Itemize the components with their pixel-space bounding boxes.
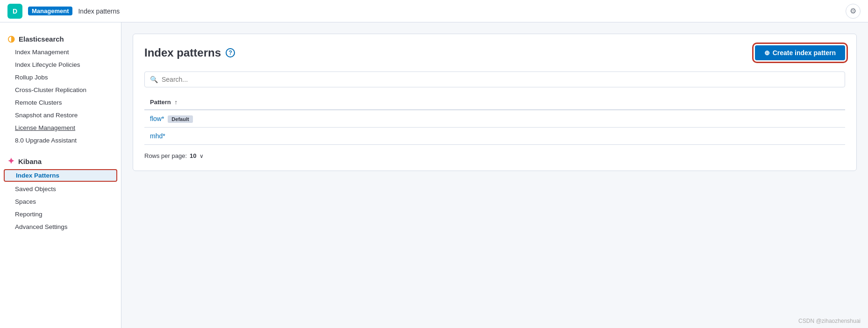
content-card: Index patterns ? ⊕ Create index pattern … [133,34,857,171]
sidebar-item-index-management[interactable]: Index Management [0,46,121,58]
pattern-cell: flow*Default [144,110,845,128]
page-title-group: Index patterns ? [144,46,235,59]
patterns-table: Pattern ↑ flow*Defaultmhd* [144,95,845,145]
app-layout: ◑ Elasticsearch Index Management Index L… [0,22,868,328]
kibana-icon: ✦ [7,156,14,166]
help-icon[interactable]: ? [226,48,235,57]
sidebar-item-spaces[interactable]: Spaces [0,195,121,208]
sidebar-item-rollup-jobs[interactable]: Rollup Jobs [0,71,121,84]
pagination-row: Rows per page: 10 ∨ [144,145,845,159]
rows-per-page-dropdown[interactable]: ∨ [199,153,204,159]
default-badge: Default [168,115,192,123]
sidebar-item-remote-clusters[interactable]: Remote Clusters [0,96,121,109]
column-pattern-header[interactable]: Pattern ↑ [144,95,845,110]
sort-arrow-icon: ↑ [174,99,178,106]
breadcrumb: Index patterns [78,7,120,15]
watermark: CSDN @zihaozhenshuai [798,318,861,324]
elasticsearch-section-title: ◑ Elasticsearch [0,30,121,46]
search-container: 🔍 [144,71,845,87]
sidebar-item-upgrade-assistant[interactable]: 8.0 Upgrade Assistant [0,134,121,147]
table-row: mhd* [144,128,845,145]
rows-per-page-label: Rows per page: [144,152,187,159]
sidebar: ◑ Elasticsearch Index Management Index L… [0,22,121,328]
sidebar-item-index-lifecycle-policies[interactable]: Index Lifecycle Policies [0,58,121,71]
pattern-link-mhd[interactable]: mhd* [150,132,165,140]
rows-per-page-count: 10 [190,152,196,159]
kibana-section-title: ✦ Kibana [0,152,121,168]
create-index-pattern-button[interactable]: ⊕ Create index pattern [755,45,845,60]
settings-icon[interactable]: ⚙ [846,4,861,19]
management-badge[interactable]: Management [28,7,72,15]
sidebar-item-index-patterns[interactable]: Index Patterns [4,169,117,182]
topbar: D Management Index patterns ⚙ [0,0,868,22]
user-avatar[interactable]: D [7,4,22,19]
sidebar-item-license-management[interactable]: License Management [0,121,121,134]
main-content: Index patterns ? ⊕ Create index pattern … [121,22,868,328]
table-row: flow*Default [144,110,845,128]
pattern-cell: mhd* [144,128,845,145]
sidebar-item-reporting[interactable]: Reporting [0,208,121,221]
pattern-link-flow[interactable]: flow* [150,115,164,122]
page-title: Index patterns [144,46,221,59]
plus-icon: ⊕ [764,49,770,57]
search-input[interactable] [144,71,845,87]
page-header: Index patterns ? ⊕ Create index pattern [144,45,845,60]
sidebar-item-cross-cluster-replication[interactable]: Cross-Cluster Replication [0,84,121,96]
search-icon: 🔍 [150,76,158,83]
sidebar-item-advanced-settings[interactable]: Advanced Settings [0,221,121,233]
sidebar-item-saved-objects[interactable]: Saved Objects [0,183,121,195]
elasticsearch-icon: ◑ [7,34,15,44]
sidebar-item-snapshot-and-restore[interactable]: Snapshot and Restore [0,109,121,121]
